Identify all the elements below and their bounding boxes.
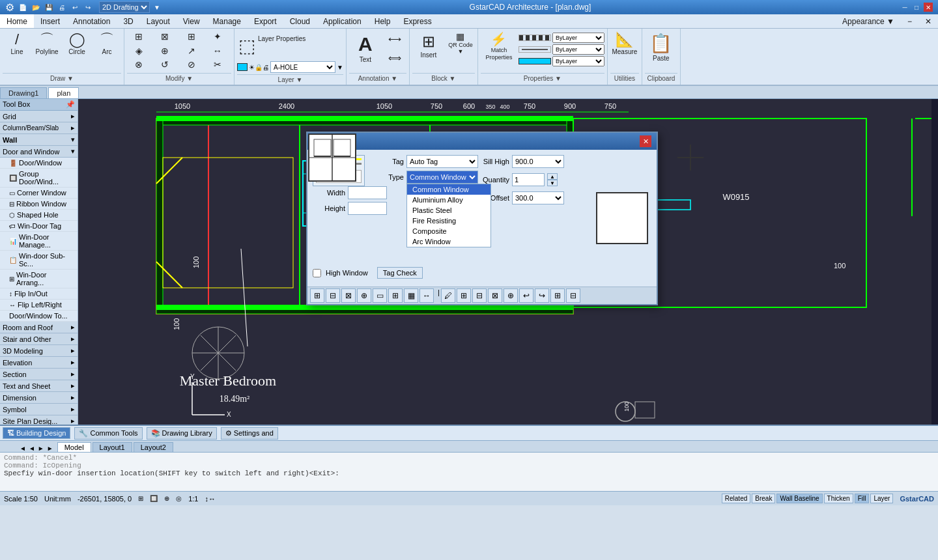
ribbon-btn-arc[interactable]: ⌒ Arc [92, 30, 121, 57]
btb-section-building[interactable]: 🏗 Building Design [3, 427, 70, 439]
menu-item-view[interactable]: View [177, 14, 206, 28]
menu-item-home[interactable]: Home [0, 14, 34, 28]
minimize-button[interactable]: ─ [900, 3, 909, 12]
toolbox-section-site[interactable]: Site Plan Desig... ▸ [0, 415, 78, 425]
workspace-selector[interactable]: 2D Drafting [99, 1, 150, 13]
toolbox-section-section[interactable]: Section ▸ [0, 369, 78, 380]
toolbox-section-text[interactable]: Text and Sheet ▸ [0, 380, 78, 392]
dtb-btn-1[interactable]: ⊞ [310, 288, 324, 303]
ribbon-btn-modify-11[interactable]: ⊘ [180, 58, 203, 71]
toolbox-pin-icon[interactable]: 📌 [66, 100, 75, 109]
ribbon-btn-modify-2[interactable]: ⊠ [153, 30, 177, 43]
polar-icon[interactable]: ◎ [176, 495, 182, 502]
ribbon-btn-insert[interactable]: ⊞ Insert [412, 30, 445, 61]
dtb-btn-14[interactable]: ↩ [519, 288, 533, 303]
ribbon-btn-line[interactable]: / Line [3, 30, 31, 57]
toolbox-item-corner-window[interactable]: ▭ Corner Window [0, 188, 78, 199]
command-input[interactable] [4, 479, 934, 486]
toolbox-section-column[interactable]: Column/Beam/Slab ▸ [0, 122, 78, 134]
toolbox-section-wall[interactable]: Wall ▾ [0, 134, 78, 146]
model-nav-prev[interactable]: ◄ [20, 445, 26, 452]
model-tab-layout1[interactable]: Layout1 [92, 442, 132, 452]
toolbox-section-grid[interactable]: Grid ▸ [0, 111, 78, 122]
dtb-btn-2[interactable]: ⊟ [326, 288, 340, 303]
quick-access-redo[interactable]: ↪ [83, 3, 92, 12]
status-btn-related[interactable]: Related [722, 494, 750, 503]
dropdown-item-plastic[interactable]: Plastic Steel [407, 205, 490, 216]
grid-icon[interactable]: ⊞ [138, 495, 143, 502]
restore-button[interactable]: □ [912, 3, 921, 12]
type-select[interactable]: Common Window [406, 171, 478, 184]
layer-dropdown-btn[interactable]: ▼ [337, 64, 343, 71]
ribbon-btn-measure[interactable]: 📐 Measure [610, 30, 639, 57]
menu-item-manage[interactable]: Manage [206, 14, 248, 28]
toolbox-item-win-door-arr[interactable]: ⊞ Win-Door Arrang... [0, 270, 78, 288]
linetype-select[interactable]: ByLayer [552, 33, 604, 43]
model-tab-model[interactable]: Model [57, 442, 91, 452]
dropdown-item-common-window[interactable]: Common Window [407, 184, 490, 195]
ribbon-btn-layer-properties[interactable]: ⬚ Layer Properties [237, 33, 307, 59]
quantity-input[interactable] [512, 173, 545, 186]
model-nav-next[interactable]: ► [38, 445, 44, 452]
ribbon-btn-circle[interactable]: ◯ Circle [63, 30, 91, 57]
menu-item-insert[interactable]: Insert [34, 14, 66, 28]
ortho-icon[interactable]: ⊕ [164, 495, 169, 502]
model-tab-layout2[interactable]: Layout2 [134, 442, 173, 452]
dtb-btn-17[interactable]: ⊟ [566, 288, 580, 303]
dtb-btn-15[interactable]: ↪ [535, 288, 549, 303]
dtb-btn-13[interactable]: ⊕ [504, 288, 518, 303]
dtb-btn-6[interactable]: ⊞ [388, 288, 403, 303]
close-button[interactable]: ✕ [924, 3, 933, 12]
toolbox-section-dimension[interactable]: Dimension ▸ [0, 392, 78, 404]
quantity-increment[interactable]: ▲ [547, 173, 558, 180]
quantity-decrement[interactable]: ▼ [547, 180, 558, 186]
toolbox-item-ribbon-window[interactable]: ⊟ Ribbon Window [0, 199, 78, 210]
menu-item-help[interactable]: Help [368, 14, 397, 28]
status-btn-wall-baseline[interactable]: Wall Baseline [776, 494, 822, 503]
ribbon-btn-ann-2[interactable]: ⟺ [383, 49, 406, 67]
lineweight-select[interactable]: ByLayer [552, 44, 604, 55]
canvas-area[interactable]: 1050 2400 1050 750 600 350 400 750 900 7… [78, 99, 938, 425]
toolbox-item-win-door-sub[interactable]: 📋 Win-door Sub-Sc... [0, 251, 78, 270]
tab-drawing1[interactable]: Drawing1 [0, 87, 47, 98]
ribbon-btn-polyline[interactable]: ⌒ Polyline [33, 30, 61, 57]
ribbon-btn-qrcode[interactable]: ▦ QR Code ▼ [446, 30, 475, 56]
sill-high-select[interactable]: 900.0 [512, 155, 564, 168]
toolbox-item-door-window-tool[interactable]: Door/Window To... [0, 311, 78, 322]
dtb-btn-16[interactable]: ⊞ [550, 288, 565, 303]
ribbon-btn-ann-1[interactable]: ⟷ [383, 30, 406, 48]
menu-item-express[interactable]: Express [397, 14, 438, 28]
color-select[interactable]: ByLayer [552, 56, 604, 66]
toolbox-section-symbol[interactable]: Symbol ▸ [0, 404, 78, 415]
model-nav-prev2[interactable]: ◄ [29, 445, 35, 452]
dtb-btn-9[interactable]: 🖊 [441, 288, 455, 303]
model-nav-next2[interactable]: ► [47, 445, 53, 452]
menu-item-layout[interactable]: Layout [140, 14, 177, 28]
ribbon-btn-modify-5[interactable]: ◈ [127, 44, 150, 57]
ribbon-btn-modify-3[interactable]: ⊞ [180, 30, 203, 43]
tab-plan[interactable]: plan [48, 87, 79, 98]
menu-item-annotation[interactable]: Annotation [66, 14, 117, 28]
toolbox-item-flip-leftright[interactable]: ↔ Flip Left/Right [0, 300, 78, 311]
width-input[interactable] [348, 186, 387, 199]
quick-access-open[interactable]: 📂 [31, 3, 40, 12]
menu-item-3d[interactable]: 3D [117, 14, 139, 28]
menu-collapse-button[interactable]: − [901, 14, 918, 28]
dtb-btn-10[interactable]: ⊞ [457, 288, 471, 303]
ribbon-btn-modify-10[interactable]: ↺ [153, 58, 177, 71]
menu-item-export[interactable]: Export [248, 14, 283, 28]
dtb-btn-8[interactable]: ↔ [419, 288, 434, 303]
menu-close-button[interactable]: ✕ [918, 14, 938, 28]
offset-select[interactable]: 300.0 [512, 191, 564, 204]
tag-check-button[interactable]: Tag Check [377, 267, 423, 279]
toolbox-item-flip-inout[interactable]: ↕ Flip In/Out [0, 288, 78, 300]
dtb-btn-4[interactable]: ⊕ [357, 288, 371, 303]
ribbon-btn-modify-1[interactable]: ⊞ [127, 30, 150, 43]
toolbox-item-shaped-hole[interactable]: ⬡ Shaped Hole [0, 210, 78, 221]
ribbon-btn-match-properties[interactable]: ⚡ Match Properties [481, 30, 517, 63]
dtb-btn-7[interactable]: ▦ [404, 288, 418, 303]
ribbon-btn-modify-9[interactable]: ⊗ [127, 58, 150, 71]
dtb-btn-11[interactable]: ⊟ [472, 288, 487, 303]
toolbox-section-stair[interactable]: Stair and Other ▸ [0, 333, 78, 345]
quick-access-new[interactable]: 📄 [18, 3, 27, 12]
